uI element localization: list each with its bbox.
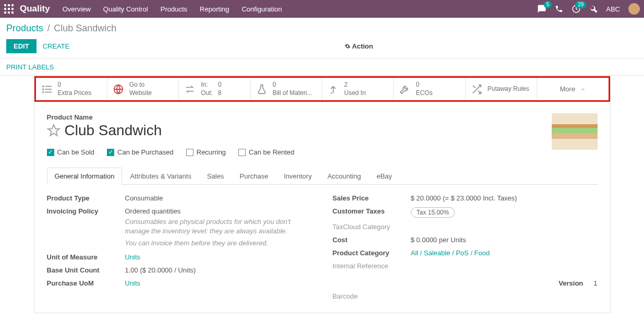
- svg-rect-8: [11, 11, 14, 14]
- help-text: Consumables are physical products for wh…: [125, 217, 312, 236]
- nav-configuration[interactable]: Configuration: [241, 5, 282, 13]
- tax-chip[interactable]: Tax 15.00%: [411, 207, 455, 218]
- field-product-type: Product TypeConsumable: [47, 194, 312, 202]
- product-title: Club Sandwich: [65, 122, 162, 139]
- tab-sales[interactable]: Sales: [199, 168, 232, 185]
- field-internal-ref: Internal Reference: [333, 262, 598, 270]
- field-taxcloud: TaxCloud Category: [333, 223, 598, 231]
- checkbox-icon: [47, 149, 54, 156]
- transfer-icon: [184, 84, 196, 95]
- svg-point-14: [42, 91, 44, 93]
- action-row: EDIT CREATE Action: [0, 36, 644, 58]
- stat-used-in[interactable]: 2Used In: [322, 78, 394, 100]
- create-button[interactable]: CREATE: [43, 42, 70, 50]
- stat-go-to-website[interactable]: Go toWebsite: [107, 78, 179, 100]
- apps-icon[interactable]: [4, 4, 14, 14]
- product-name-label: Product Name: [47, 113, 598, 121]
- field-customer-taxes: Customer TaxesTax 15.00%: [333, 207, 598, 218]
- brand[interactable]: Quality: [20, 4, 50, 14]
- svg-rect-15: [45, 91, 52, 92]
- flask-icon: [256, 84, 268, 95]
- tab-attributes-variants[interactable]: Attributes & Variants: [122, 168, 199, 185]
- breadcrumb-root[interactable]: Products: [6, 23, 43, 33]
- svg-rect-1: [8, 4, 10, 6]
- nav-overview[interactable]: Overview: [63, 5, 91, 13]
- stat-in-out[interactable]: In:0 Out:8: [179, 78, 250, 100]
- checkbox-icon: [186, 149, 193, 156]
- checkbox-icon: [238, 149, 246, 156]
- nav-reporting[interactable]: Reporting: [200, 5, 229, 13]
- check-can-be-purchased[interactable]: Can be Purchased: [107, 148, 174, 156]
- stat-putaway[interactable]: Putaway Rules: [466, 78, 537, 100]
- clock-icon[interactable]: 29: [572, 4, 581, 14]
- stat-more[interactable]: More: [537, 78, 608, 100]
- nav-products[interactable]: Products: [161, 5, 187, 13]
- tabs: General Information Attributes & Variant…: [47, 168, 598, 185]
- svg-rect-4: [8, 8, 10, 10]
- list-icon: [41, 84, 53, 95]
- chat-icon[interactable]: 5: [537, 4, 546, 14]
- globe-icon: [113, 84, 124, 95]
- svg-rect-2: [11, 4, 14, 6]
- stat-ecos[interactable]: 0ECOs: [394, 78, 465, 100]
- svg-rect-3: [4, 8, 6, 10]
- arrow-up-icon: [327, 84, 339, 95]
- breadcrumb-current: Club Sandwich: [54, 23, 116, 33]
- checkbox-row: Can be Sold Can be Purchased Recurring C…: [47, 148, 598, 156]
- svg-rect-6: [4, 11, 6, 14]
- tab-accounting[interactable]: Accounting: [320, 168, 369, 185]
- clock-badge: 29: [575, 1, 586, 8]
- svg-point-12: [42, 88, 44, 90]
- help-text: You can invoice them before they are del…: [125, 239, 312, 248]
- field-invoicing-policy: Invoicing Policy Ordered quantities Cons…: [47, 207, 312, 248]
- chat-badge: 5: [544, 1, 552, 8]
- edit-button[interactable]: EDIT: [6, 39, 37, 53]
- chevron-down-icon: [580, 87, 586, 92]
- field-barcode: Barcode: [333, 292, 598, 300]
- field-base-unit-count: Base Unit Count1.00 ($ 20.0000 / Units): [47, 266, 312, 274]
- svg-rect-13: [45, 89, 52, 90]
- svg-rect-7: [8, 11, 10, 14]
- nav-quality-control[interactable]: Quality Control: [103, 5, 148, 13]
- svg-rect-11: [45, 86, 52, 87]
- tab-inventory[interactable]: Inventory: [276, 168, 319, 185]
- checkbox-icon: [107, 149, 114, 156]
- check-can-be-sold[interactable]: Can be Sold: [47, 148, 95, 156]
- field-uom: Unit of MeasureUnits: [47, 253, 312, 261]
- svg-point-10: [42, 85, 44, 87]
- tools-icon[interactable]: [589, 5, 598, 13]
- field-cost: Cost$ 0.0000 per Units: [333, 236, 598, 244]
- field-category: Product CategoryAll / Saleable / PoS / F…: [333, 249, 598, 257]
- star-icon[interactable]: [47, 124, 60, 137]
- svg-rect-5: [11, 8, 14, 10]
- topbar: Quality Overview Quality Control Product…: [0, 0, 644, 18]
- field-purchase-uom: Purchase UoMUnits: [47, 279, 312, 287]
- product-image[interactable]: [552, 113, 598, 150]
- phone-icon[interactable]: [555, 5, 563, 13]
- user-name[interactable]: ABC: [606, 5, 620, 13]
- action-menu[interactable]: Action: [345, 42, 373, 50]
- stat-bom[interactable]: 0Bill of Materi...: [251, 78, 322, 100]
- tab-purchase[interactable]: Purchase: [232, 168, 276, 185]
- stat-extra-prices[interactable]: 0Extra Prices: [36, 78, 107, 100]
- form-sheet: 0Extra Prices Go toWebsite In:0 Out:8 0B…: [34, 76, 611, 313]
- shuffle-icon: [471, 84, 482, 95]
- field-sales-price: Sales Price$ 20.0000 (= $ 23.0000 Incl. …: [333, 194, 598, 202]
- avatar[interactable]: [628, 3, 640, 15]
- tab-general-information[interactable]: General Information: [47, 168, 123, 185]
- breadcrumb: Products / Club Sandwich: [0, 18, 644, 36]
- tab-ebay[interactable]: eBay: [369, 168, 400, 185]
- check-can-be-rented[interactable]: Can be Rented: [238, 148, 294, 156]
- svg-rect-0: [4, 4, 6, 6]
- wrench-icon: [399, 84, 410, 95]
- stat-buttons: 0Extra Prices Go toWebsite In:0 Out:8 0B…: [34, 76, 610, 102]
- version-row: Version1: [333, 279, 598, 287]
- print-labels[interactable]: PRINT LABELS: [6, 63, 54, 71]
- check-recurring[interactable]: Recurring: [186, 148, 226, 156]
